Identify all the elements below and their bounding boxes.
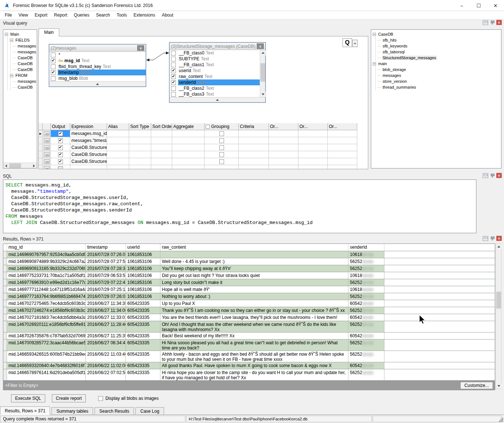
row-options-button[interactable] <box>44 152 50 157</box>
grid-cell[interactable] <box>298 130 328 137</box>
bottom-tab-summary-tables[interactable]: Summary tables <box>52 407 93 415</box>
scroll-right-icon[interactable] <box>31 163 37 168</box>
results-row[interactable]: mid.1469690767957:92534c9aa5cb0d96562016… <box>3 251 495 258</box>
field-checkbox[interactable] <box>171 51 176 56</box>
grid-col-alias[interactable]: Alias <box>107 123 129 130</box>
row-gutter[interactable] <box>3 272 7 279</box>
row-options-button[interactable] <box>44 138 50 143</box>
grid-cell[interactable] <box>298 158 328 165</box>
grid-cell[interactable] <box>205 151 239 158</box>
grouping-all-checkbox[interactable] <box>206 125 210 129</box>
expression-cell[interactable]: CaseDB.StructuredStorage_messages.userId <box>70 144 107 151</box>
field-row-star[interactable]: * <box>49 52 146 58</box>
table-box-close-icon[interactable]: x <box>137 45 144 51</box>
grid-col-sorttype[interactable]: Sort Type <box>129 123 151 130</box>
grid-cell[interactable] <box>205 130 239 137</box>
table-box-close-icon[interactable]: x <box>257 43 264 49</box>
tree-node-from[interactable]: FROM <box>8 72 37 78</box>
vscroll-thumb[interactable] <box>496 292 501 309</box>
results-col-raw_content[interactable]: raw_content <box>160 244 348 251</box>
field-checkbox[interactable] <box>171 57 176 61</box>
grid-cell[interactable] <box>269 137 298 144</box>
display-blobs-checkbox[interactable] <box>98 396 103 401</box>
results-row[interactable]: mid.1469777112448:1c47119f51d16a4a772016… <box>3 286 495 293</box>
menu-queries[interactable]: Queries <box>71 11 93 19</box>
grid-cell[interactable] <box>172 158 205 165</box>
row-gutter[interactable] <box>3 307 7 314</box>
grid-cell[interactable] <box>239 165 269 169</box>
results-row[interactable]: mid.1466593320640:4e7b46832f6016f7352016… <box>3 362 495 369</box>
expander-icon[interactable] <box>5 33 8 36</box>
tree-leaf[interactable]: messages <box>11 78 37 84</box>
results-row[interactable]: mid.1469776963910:e99ed2d1c16e77db002016… <box>3 279 495 286</box>
grid-cell[interactable] <box>298 137 328 144</box>
field-checkbox[interactable] <box>51 70 56 75</box>
results-col-msg_id[interactable]: msg_id <box>7 244 86 251</box>
panel-window-icon[interactable] <box>483 236 488 241</box>
results-row[interactable]: mid.1466578976141:6d291deba505df1b522016… <box>3 369 495 381</box>
row-gutter[interactable] <box>3 279 7 286</box>
left-tree-hscrollbar[interactable] <box>3 163 37 168</box>
results-row[interactable]: mid.1467027246274:e1856bf9c603b3c2172016… <box>3 307 495 314</box>
results-row[interactable]: mid.1469690874889:9b3329c24c667a2e742016… <box>3 258 495 265</box>
results-row[interactable]: mid.1466593426515:600b574b21bb9ec5502016… <box>3 351 495 362</box>
field-row-fbid_from_thread_key[interactable]: fbid_from_thread_keyText <box>49 64 146 70</box>
tree-leaf[interactable]: messages <box>11 43 37 49</box>
grid-col-sortorder[interactable]: Sort Order <box>151 123 172 130</box>
grid-cell[interactable] <box>129 158 151 165</box>
field-checkbox[interactable] <box>51 76 56 81</box>
field-checkbox[interactable] <box>171 86 176 91</box>
row-gutter[interactable] <box>3 351 7 362</box>
grid-cell[interactable] <box>151 151 172 158</box>
table-box-structuredstorage[interactable]: (3)StructuredStorage_messages (CaseDB)x_… <box>169 42 266 103</box>
output-checkbox[interactable] <box>58 152 63 157</box>
grid-cell[interactable] <box>172 130 205 137</box>
grouping-checkbox[interactable] <box>219 159 224 164</box>
row-options-button[interactable] <box>44 159 50 164</box>
field-row-__FB_class3[interactable]: __FB_class3Text <box>170 91 265 97</box>
row-options-button[interactable] <box>44 145 50 150</box>
grid-cell[interactable] <box>269 165 298 169</box>
grid-cell[interactable] <box>172 144 205 151</box>
tree-leaf-sfb_keywords[interactable]: sfb_keywords <box>376 43 501 49</box>
field-checkbox[interactable] <box>171 80 176 85</box>
vscroll-thumb[interactable] <box>260 63 265 82</box>
row-gutter[interactable] <box>3 251 7 258</box>
results-table[interactable]: msg_idtimestampuserIdraw_contentsenderId… <box>3 244 495 381</box>
row-options-button[interactable] <box>44 131 50 136</box>
grid-cell[interactable] <box>51 130 70 137</box>
grid-cell[interactable] <box>107 144 129 151</box>
resize-grip[interactable] <box>499 417 503 422</box>
scroll-left-icon[interactable] <box>3 163 9 168</box>
row-options-button[interactable] <box>44 166 50 170</box>
grid-cell[interactable] <box>205 144 239 151</box>
grouping-checkbox[interactable] <box>219 145 224 150</box>
close-button[interactable]: ✕ <box>487 0 504 11</box>
grid-col-aggregate[interactable]: Aggregate <box>172 123 205 130</box>
row-gutter[interactable] <box>3 333 7 339</box>
tree-leaf-messages[interactable]: messages <box>376 72 501 78</box>
grid-col-expression[interactable]: Expression <box>70 123 107 130</box>
tree-node-main[interactable]: Main <box>5 31 37 37</box>
row-gutter[interactable] <box>3 258 7 265</box>
grid-cell[interactable] <box>107 151 129 158</box>
panel-close-icon[interactable]: x <box>496 236 502 241</box>
grid-cell[interactable] <box>328 158 357 165</box>
grid-cell[interactable] <box>151 158 172 165</box>
execute-sql-button[interactable]: Execute SQL <box>11 394 45 402</box>
expander-icon[interactable] <box>373 33 376 36</box>
field-checkbox[interactable] <box>51 64 56 69</box>
grid-cell[interactable] <box>107 165 129 169</box>
grid-cell[interactable] <box>269 158 298 165</box>
field-row-msg_blob[interactable]: msg_blobBlob <box>49 75 146 81</box>
row-gutter[interactable] <box>3 300 7 307</box>
tree-leaf-sfb_hits[interactable]: sfb_hits <box>376 37 501 43</box>
menu-tools[interactable]: Tools <box>113 11 130 19</box>
output-checkbox[interactable] <box>58 131 63 136</box>
minimize-button[interactable]: – <box>453 0 470 11</box>
tree-leaf[interactable]: CaseDB <box>11 61 37 67</box>
grid-cell[interactable] <box>107 158 129 165</box>
grid-col-grouping[interactable]: Grouping <box>205 123 239 130</box>
grid-cell[interactable] <box>328 165 357 169</box>
filter-bar[interactable]: <Filter is Empty> Customize... <box>3 381 495 390</box>
